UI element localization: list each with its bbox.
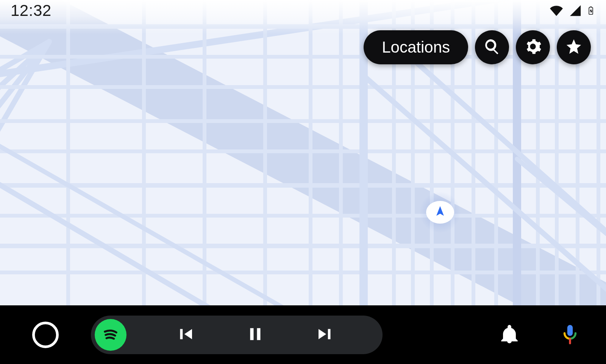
media-previous-button[interactable]: [157, 324, 214, 346]
map-canvas[interactable]: 12:32 Locations: [0, 0, 606, 305]
pause-icon: [245, 324, 266, 346]
navigation-arrow-icon: [434, 205, 447, 219]
media-next-button[interactable]: [297, 324, 354, 346]
bell-icon: [498, 323, 520, 347]
skip-next-icon: [315, 324, 336, 346]
current-location-puck[interactable]: [423, 195, 457, 229]
bottom-right-cluster: [383, 322, 606, 348]
star-icon: [565, 38, 583, 57]
wifi-icon: [548, 4, 564, 17]
map-action-chips: Locations: [364, 30, 591, 64]
app-launcher-button[interactable]: [32, 322, 59, 348]
cell-signal-icon: [568, 4, 583, 17]
system-bottom-bar: [0, 305, 606, 364]
puck-disc: [426, 201, 454, 224]
android-auto-screen: 12:32 Locations: [0, 0, 606, 364]
locations-label: Locations: [382, 38, 450, 56]
skip-previous-icon: [175, 324, 195, 346]
search-button[interactable]: [475, 30, 509, 64]
voice-assistant-button[interactable]: [557, 322, 583, 348]
system-status-bar: 12:32: [0, 0, 606, 21]
search-icon: [483, 38, 501, 57]
spotify-icon: [101, 324, 120, 345]
status-time: 12:32: [11, 2, 52, 20]
settings-button[interactable]: [516, 30, 550, 64]
battery-charging-icon: [586, 3, 595, 18]
media-app-button[interactable]: [95, 319, 127, 351]
launcher-area: [0, 322, 91, 348]
media-controls-pill: [91, 316, 383, 354]
notifications-button[interactable]: [496, 322, 523, 348]
media-play-pause-button[interactable]: [214, 324, 297, 346]
google-mic-icon: [559, 323, 581, 347]
favorites-button[interactable]: [557, 30, 591, 64]
locations-button[interactable]: Locations: [364, 30, 468, 64]
svg-rect-38: [567, 325, 573, 336]
gear-icon: [524, 38, 542, 57]
